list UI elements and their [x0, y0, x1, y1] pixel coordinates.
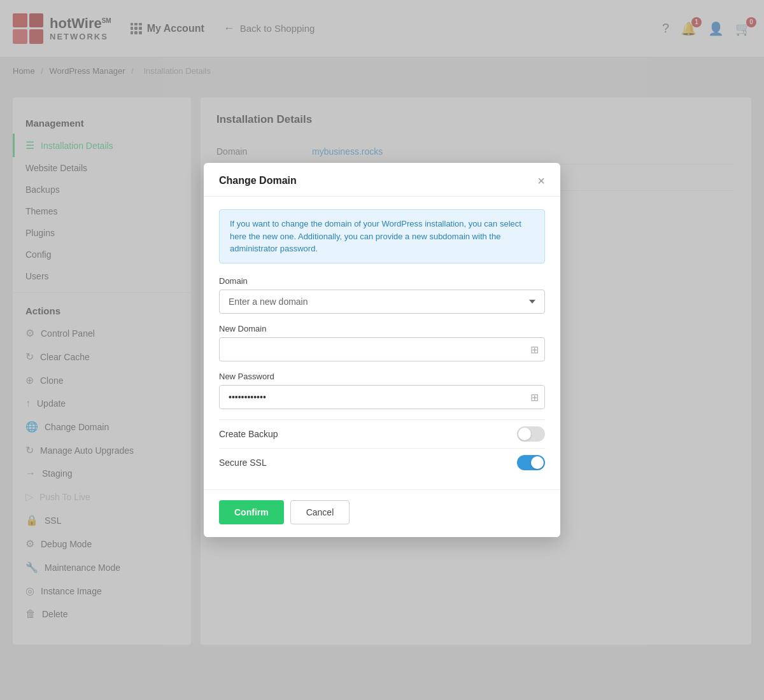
create-backup-knob: [518, 428, 531, 440]
create-backup-toggle[interactable]: [517, 426, 545, 442]
new-password-icon: ⊞: [530, 391, 539, 403]
new-domain-input-wrap: ⊞: [219, 337, 545, 361]
secure-ssl-knob: [531, 456, 544, 469]
domain-form-group: Domain Enter a new domain: [219, 276, 545, 314]
new-password-input-wrap: ⊞: [219, 385, 545, 409]
modal-footer: Confirm Cancel: [204, 489, 560, 537]
modal-overlay: Change Domain × If you want to change th…: [0, 0, 764, 657]
modal-title: Change Domain: [219, 175, 297, 186]
modal-body: If you want to change the domain of your…: [204, 197, 560, 489]
secure-ssl-label: Secure SSL: [219, 458, 267, 468]
change-domain-modal: Change Domain × If you want to change th…: [204, 163, 560, 537]
new-domain-input[interactable]: [219, 337, 545, 361]
domain-select[interactable]: Enter a new domain: [219, 290, 545, 314]
new-password-input[interactable]: [219, 385, 545, 409]
new-domain-label: New Domain: [219, 324, 545, 333]
new-password-label: New Password: [219, 372, 545, 381]
secure-ssl-toggle[interactable]: [517, 455, 545, 470]
modal-close-button[interactable]: ×: [537, 174, 545, 187]
modal-header: Change Domain ×: [204, 163, 560, 197]
create-backup-row: Create Backup: [219, 419, 545, 448]
modal-info-text: If you want to change the domain of your…: [219, 209, 545, 263]
new-domain-form-group: New Domain ⊞: [219, 324, 545, 361]
create-backup-label: Create Backup: [219, 429, 278, 439]
domain-label: Domain: [219, 276, 545, 286]
confirm-button[interactable]: Confirm: [219, 500, 284, 524]
new-domain-icon: ⊞: [530, 343, 539, 355]
secure-ssl-row: Secure SSL: [219, 448, 545, 477]
cancel-button[interactable]: Cancel: [290, 500, 350, 524]
new-password-form-group: New Password ⊞: [219, 372, 545, 409]
